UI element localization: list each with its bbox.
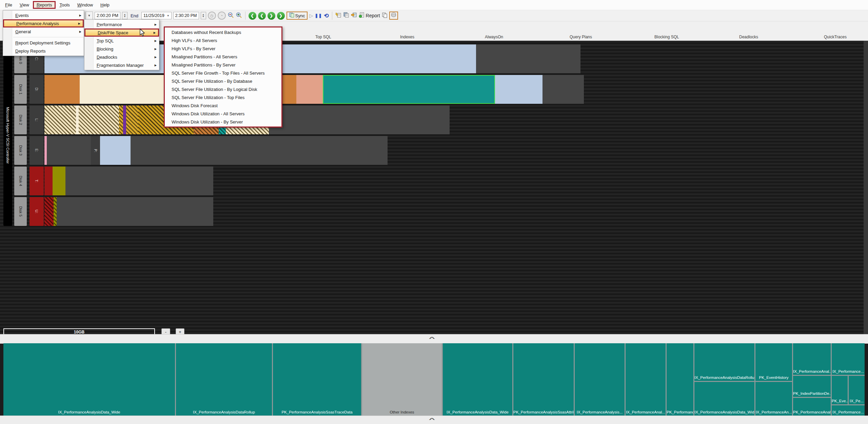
- menu-item-events[interactable]: Events▶: [3, 11, 84, 19]
- refresh-button[interactable]: ⟲: [324, 13, 329, 18]
- menu-item-report-deployment-settings[interactable]: Report Deployment Settings: [3, 39, 84, 47]
- file-segment[interactable]: [296, 75, 323, 104]
- menu-item-sql-server-file-utilization-by-database[interactable]: SQL Server File Utilization - By Databas…: [165, 77, 281, 85]
- file-segment[interactable]: [44, 197, 54, 226]
- step-forward-button[interactable]: ❯: [268, 12, 275, 20]
- file-segment[interactable]: [123, 105, 126, 134]
- step-back-button[interactable]: ❮: [258, 12, 266, 20]
- file-segment[interactable]: [126, 105, 138, 134]
- menu-item-deadlocks[interactable]: Deadlocks▶: [84, 53, 159, 61]
- history-clock-icon[interactable]: ◷: [208, 12, 216, 20]
- treemap-block-pk-performancean[interactable]: PK_PerformanceAn...: [667, 343, 693, 416]
- end-time-spinner[interactable]: ▲▼: [201, 12, 206, 19]
- treemap-block-ix-performanceanalysisdata-wide[interactable]: IX_PerformanceAnalysisData_Wide: [3, 343, 175, 416]
- file-segment[interactable]: [44, 75, 80, 104]
- treemap-block-pk-performanceanalysisssasattrib[interactable]: PK_PerformanceAnalysisSsasAttrib...: [513, 343, 574, 416]
- database-toggle-button[interactable]: [389, 12, 398, 20]
- file-segment[interactable]: [79, 105, 119, 134]
- tab-deadlocks[interactable]: Deadlocks: [739, 35, 758, 39]
- menu-item-high-vlfs-by-server[interactable]: High VLFs - By Server: [165, 44, 281, 53]
- menubar-item-help[interactable]: Help: [97, 1, 113, 9]
- menu-item-blocking[interactable]: Blocking▶: [84, 45, 159, 53]
- menu-item-databases-without-recent-backups[interactable]: Databases without Recent Backups: [165, 28, 281, 36]
- menu-item-sql-server-file-utilization-top-files[interactable]: SQL Server File Utilization - Top Files: [165, 93, 281, 101]
- jump-forward-button[interactable]: ❯: [277, 12, 285, 20]
- menu-item-misaligned-partitions-all-servers[interactable]: Misaligned Partitions - All Servers: [165, 53, 281, 61]
- menubar-item-file[interactable]: File: [1, 1, 16, 9]
- tab-blocking-sql[interactable]: Blocking SQL: [654, 35, 679, 39]
- file-segment[interactable]: [119, 105, 123, 134]
- file-segment[interactable]: [54, 197, 57, 226]
- menu-item-high-vlfs-all-servers[interactable]: High VLFs - All Servers: [165, 36, 281, 44]
- menu-item-top-sql[interactable]: Top SQL▶: [84, 37, 159, 45]
- quicktrace-icon[interactable]: [335, 12, 341, 19]
- menubar-item-view[interactable]: View: [16, 1, 33, 9]
- treemap-block-ix-performanceanalysisdatarollup[interactable]: IX_PerformanceAnalysisDataRollup: [176, 343, 272, 416]
- import-grid-icon[interactable]: [351, 12, 357, 19]
- treemap-block-ix-performance[interactable]: IX_Performance...: [832, 405, 865, 416]
- treemap-block-ix-pe[interactable]: IX_Pe...: [849, 376, 865, 404]
- start-date-dropdown-button[interactable]: ▼: [85, 12, 93, 20]
- menu-item-windows-disk-utilization-by-server[interactable]: Windows Disk Utilization - By Server: [165, 118, 281, 126]
- collapse-chevron-icon[interactable]: ^: [429, 418, 435, 421]
- treemap-block-pk-indexpartitionde[interactable]: PK_IndexPartitionDe...: [793, 376, 831, 397]
- treemap-block-ix-performanceanal[interactable]: IX_PerformanceAnal...: [793, 343, 831, 375]
- file-segment[interactable]: P:: [91, 136, 100, 165]
- gauge-icon[interactable]: ◔: [218, 12, 226, 20]
- file-segment[interactable]: [76, 105, 79, 134]
- tab-alwayson[interactable]: AlwaysOn: [485, 35, 503, 39]
- treemap-block-pk-eventhistory[interactable]: PK_EventHistory: [755, 343, 792, 381]
- horizontal-splitter[interactable]: ^: [0, 334, 868, 344]
- tab-indexes[interactable]: Indexes: [400, 35, 414, 39]
- copy-pages-icon[interactable]: [382, 12, 388, 19]
- file-segment[interactable]: [47, 136, 91, 165]
- start-time-spinner[interactable]: ▲▼: [122, 12, 127, 19]
- copy-grid-icon[interactable]: [343, 12, 349, 19]
- menu-item-fragmentation-manager[interactable]: Fragmentation Manager▶: [84, 61, 159, 69]
- file-segment[interactable]: [44, 167, 53, 195]
- zoom-in-icon[interactable]: [236, 12, 242, 20]
- end-time-input[interactable]: 2:30:20 PM: [173, 12, 199, 19]
- zoom-out-icon[interactable]: [228, 12, 234, 20]
- menu-item-windows-disk-utilization-all-servers[interactable]: Windows Disk Utilization - All Servers: [165, 110, 281, 118]
- file-segment[interactable]: [100, 136, 131, 165]
- treemap-block-pk-performanceanalysisssastracedata[interactable]: PK_PerformanceAnalysisSsasTraceData: [273, 343, 361, 416]
- treemap-block-ix-performanceanal[interactable]: IX_PerformanceAnal...: [626, 343, 666, 416]
- menu-item-misaligned-partitions-by-server[interactable]: Misaligned Partitions - By Server: [165, 61, 281, 69]
- end-date-input[interactable]: 11/25/2019 ▼: [141, 12, 172, 19]
- treemap-block-ix-performance[interactable]: IX_Performance...: [832, 343, 865, 375]
- menu-item-disk-file-space[interactable]: Disk/File Space▶: [84, 28, 159, 37]
- menubar-item-reports[interactable]: Reports: [33, 1, 56, 9]
- tab-query-plans[interactable]: Query Plans: [570, 35, 592, 39]
- sync-button[interactable]: Sync: [287, 12, 308, 20]
- file-segment[interactable]: [53, 167, 65, 195]
- file-segment[interactable]: [495, 75, 542, 104]
- menu-item-windows-disk-forecast[interactable]: Windows Disk Forecast: [165, 101, 281, 110]
- menu-item-sql-server-file-utilization-by-logical-disk[interactable]: SQL Server File Utilization - By Logical…: [165, 85, 281, 93]
- treemap-block-ix-performanceanalysisdata-wide[interactable]: IX_PerformanceAnalysisData_Wide: [443, 343, 512, 416]
- tab-quicktraces[interactable]: QuickTraces: [824, 35, 847, 39]
- menubar-item-tools[interactable]: Tools: [56, 1, 73, 9]
- start-time-input[interactable]: 2:00:20 PM: [95, 12, 120, 19]
- treemap-block-ix-performancean[interactable]: IX_PerformanceAn...: [755, 382, 792, 416]
- menu-item-performance-analysis[interactable]: Performance Analysis▶: [3, 19, 84, 27]
- treemap-block-ix-performanceanalysis[interactable]: IX_PerformanceAnalysis...: [575, 343, 625, 416]
- menu-item-performance[interactable]: Performance▶: [84, 20, 159, 28]
- vertical-scrollbar[interactable]: [864, 41, 868, 334]
- menu-item-sql-server-file-growth-top-files-all-servers[interactable]: SQL Server File Growth - Top Files - All…: [165, 69, 281, 77]
- treemap-block-other-indexes[interactable]: Other Indexes: [362, 343, 442, 416]
- report-button[interactable]: Report: [359, 12, 380, 19]
- treemap-block-pk-eve[interactable]: PK_Eve...: [832, 376, 848, 404]
- play-button[interactable]: ▷: [309, 13, 313, 18]
- file-segment[interactable]: [323, 75, 495, 104]
- pause-button[interactable]: ❚❚: [315, 13, 322, 18]
- collapse-chevron-icon[interactable]: ^: [429, 337, 435, 340]
- jump-back-button[interactable]: ❮: [249, 12, 256, 20]
- treemap-block-ix-performanceanalysisdatarollup[interactable]: IX_PerformanceAnalysisDataRollup: [694, 343, 754, 381]
- tab-top-sql[interactable]: Top SQL: [315, 35, 331, 39]
- treemap-block-ix-performanceanalysisdata-wide[interactable]: IX_PerformanceAnalysisData_Wide: [694, 382, 754, 416]
- file-segment[interactable]: [44, 136, 47, 165]
- menu-item-deploy-reports[interactable]: Deploy Reports: [3, 47, 84, 55]
- file-segment[interactable]: [44, 105, 76, 134]
- menu-item-general[interactable]: General▶: [3, 27, 84, 36]
